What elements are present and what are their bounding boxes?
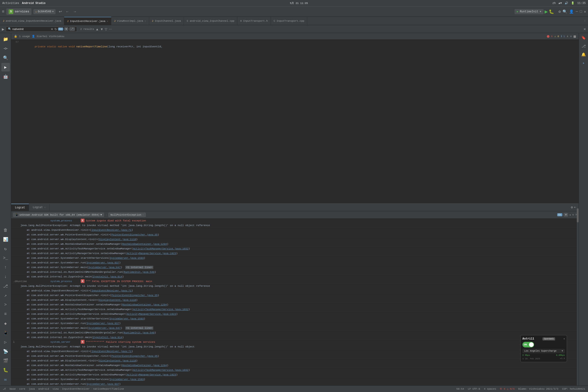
- logcat-content[interactable]: system_process E System zygote died with…: [11, 219, 579, 386]
- search-next-button[interactable]: ▼: [100, 27, 103, 31]
- filter-close-icon[interactable]: ✕: [142, 213, 144, 216]
- activity-more-icon[interactable]: >: [2, 300, 10, 309]
- logcat-case-badge[interactable]: Cc: [557, 213, 562, 216]
- minimize-icon[interactable]: ─: [576, 10, 578, 14]
- right-ai-icon[interactable]: ✦: [580, 59, 587, 67]
- logcat-filter-icon[interactable]: ▽: [572, 213, 574, 216]
- logcat-word-badge[interactable]: W: [564, 213, 568, 216]
- search-prev-button[interactable]: ▲: [96, 27, 99, 31]
- astrill-location[interactable]: Los Angeles Supercharge ▼: [522, 349, 565, 353]
- tab-viewrootimpl[interactable]: J ViewRootImpl.java ✕: [111, 17, 149, 25]
- run-chevron: ▼: [540, 10, 541, 13]
- tab-android-input-receiver[interactable]: J android_view_InputEventReceiver.java: [0, 17, 64, 25]
- activity-trash-icon[interactable]: 🗑: [2, 226, 10, 234]
- forward-button[interactable]: →: [72, 9, 78, 14]
- logcat-bookmark-icon[interactable]: ★: [569, 213, 571, 216]
- profile-icon[interactable]: 👤: [569, 9, 574, 14]
- astrill-close-icon[interactable]: ✕: [564, 338, 565, 340]
- activity-chart-icon[interactable]: 📊: [2, 235, 10, 244]
- project-selector[interactable]: S services: [6, 8, 32, 15]
- log-row-at-12: at android.view.InputEventReceiver.<init…: [11, 289, 579, 293]
- search-case-badge[interactable]: Cc: [58, 28, 63, 30]
- back-button[interactable]: ←: [64, 9, 71, 14]
- search-close-button[interactable]: ✕: [583, 27, 586, 31]
- log-message: at com.android.server.wm.ActivityTaskMan…: [20, 368, 577, 372]
- logcat-tab-2[interactable]: Logcat ✕: [29, 204, 50, 211]
- astrill-toggle[interactable]: ON: [522, 342, 534, 348]
- tab-android-input-channel[interactable]: C android_view_InputChannel.cpp: [184, 17, 237, 25]
- code-line-57: 57 private static native void nativeRepo…: [11, 40, 579, 54]
- activity-down-icon[interactable]: ↓: [2, 272, 10, 281]
- activity-feed-icon[interactable]: 📡: [2, 347, 10, 356]
- bottom-plus-icon[interactable]: +: [574, 206, 576, 209]
- undo-button[interactable]: ↩: [58, 9, 63, 14]
- log-message: at android.view.InputEventReceiver.<init…: [20, 289, 577, 293]
- search-expand-button[interactable]: ▶: [2, 27, 4, 31]
- search-word-badge[interactable]: W: [64, 27, 68, 31]
- status-indent: 4 spaces: [484, 388, 496, 390]
- logcat-tab-1[interactable]: Logcat: [11, 204, 29, 211]
- maximize-icon[interactable]: □: [580, 10, 582, 14]
- log-row-at-6: at com.android.server.am.ActivityManager…: [11, 251, 579, 256]
- search-icon[interactable]: 🔍: [562, 9, 567, 14]
- activity-branch-icon[interactable]: ⎇: [2, 282, 10, 290]
- logcat-help-icon[interactable]: ?: [575, 214, 577, 216]
- activity-export-icon[interactable]: ↗: [2, 291, 10, 300]
- app-menu-icon[interactable]: ≡: [2, 9, 4, 14]
- activity-run-icon[interactable]: ▶: [2, 63, 10, 72]
- tab-input-transport-h[interactable]: H InputTransport.h: [237, 17, 271, 25]
- right-notify-icon[interactable]: 🔔: [580, 51, 587, 58]
- tab-close-icon[interactable]: ✕: [107, 20, 108, 23]
- debug-button[interactable]: 🐛: [549, 9, 554, 14]
- search-clear-button[interactable]: ✕: [51, 27, 54, 31]
- battery-icon: 🔋: [571, 2, 574, 5]
- log-message: System zygote died with fatal exception: [86, 219, 577, 223]
- activity-play-icon[interactable]: ▷: [2, 338, 10, 346]
- activity-search-icon[interactable]: 🔍: [2, 54, 10, 62]
- close-icon[interactable]: ✕: [584, 9, 586, 14]
- activity-up-icon[interactable]: ↑: [2, 263, 10, 272]
- bottom-tabs: Logcat Logcat ✕ ⚙ + ─: [11, 204, 579, 211]
- bottom-settings-icon[interactable]: ⚙: [571, 205, 573, 209]
- run-config-selector[interactable]: ▶ RuntimeInit ▼: [514, 9, 544, 14]
- search-refresh-button[interactable]: ↻: [54, 27, 57, 31]
- logcat-scrollbar[interactable]: [577, 204, 579, 386]
- commit-selector[interactable]: ⚠ 6c044540 ▼: [33, 9, 56, 14]
- log-row-at-2: at com.android.server.wm.PointerEventDis…: [11, 233, 579, 237]
- logcat-scrollbar-thumb[interactable]: [577, 208, 579, 222]
- project-name: services: [15, 10, 29, 13]
- activity-gem-icon[interactable]: ◆: [2, 319, 10, 328]
- activity-video-icon[interactable]: 🎬: [2, 356, 10, 365]
- nav-up-icon[interactable]: ∧: [567, 35, 568, 38]
- tab-input-transport-cpp[interactable]: C InputTransport.cpp: [271, 17, 307, 25]
- activity-device-icon[interactable]: 📱: [2, 328, 10, 337]
- right-bookmark-icon[interactable]: 🔖: [580, 34, 587, 42]
- settings-icon[interactable]: ⚙: [558, 9, 561, 14]
- run-button[interactable]: ▶: [544, 9, 548, 14]
- logcat-tab-2-close[interactable]: ✕: [44, 206, 46, 209]
- search-options-button[interactable]: ⋯: [109, 27, 112, 31]
- activity-refresh-icon[interactable]: ↻: [2, 244, 10, 253]
- nav-down-icon[interactable]: ∨: [570, 35, 572, 38]
- log-row-at-30: at com.android.server.SystemServer.run(S…: [11, 382, 579, 386]
- tab-close-icon[interactable]: ✕: [145, 20, 146, 22]
- log-row-npe-3: java.lang.NullPointerException: Attempt …: [11, 345, 579, 349]
- activity-list-icon[interactable]: ≡: [2, 310, 10, 318]
- right-git-icon[interactable]: ⎇: [580, 42, 587, 50]
- activity-mail-icon[interactable]: ✉: [2, 375, 10, 384]
- search-input[interactable]: [12, 28, 50, 31]
- search-regex-badge[interactable]: .*: [69, 27, 75, 31]
- activity-robot-icon[interactable]: 🤖: [2, 72, 10, 81]
- astrill-speed-down: 0 Mbps: [522, 354, 530, 356]
- activity-commit-icon[interactable]: [2, 44, 10, 53]
- tab-input-event-receiver[interactable]: J InputEventReceiver.java ✕: [64, 17, 111, 25]
- search-filter-button[interactable]: ▽: [105, 27, 107, 31]
- tab-more-button[interactable]: ⋮: [582, 17, 588, 25]
- device-selector[interactable]: 📱 unknown Android SDK built for x86_64 (…: [13, 212, 104, 217]
- activity-terminal-icon[interactable]: >_: [2, 254, 10, 262]
- activity-project-icon[interactable]: 📁: [2, 35, 10, 44]
- filter-selector[interactable]: NullPointerException ✕: [108, 212, 146, 217]
- activity-bug-icon[interactable]: 🐛: [2, 366, 10, 374]
- tab-input-channel[interactable]: J InputChannel.java: [149, 17, 184, 25]
- toolbar-icons: ⚙ 🔍 👤 ─ □ ✕: [558, 9, 586, 14]
